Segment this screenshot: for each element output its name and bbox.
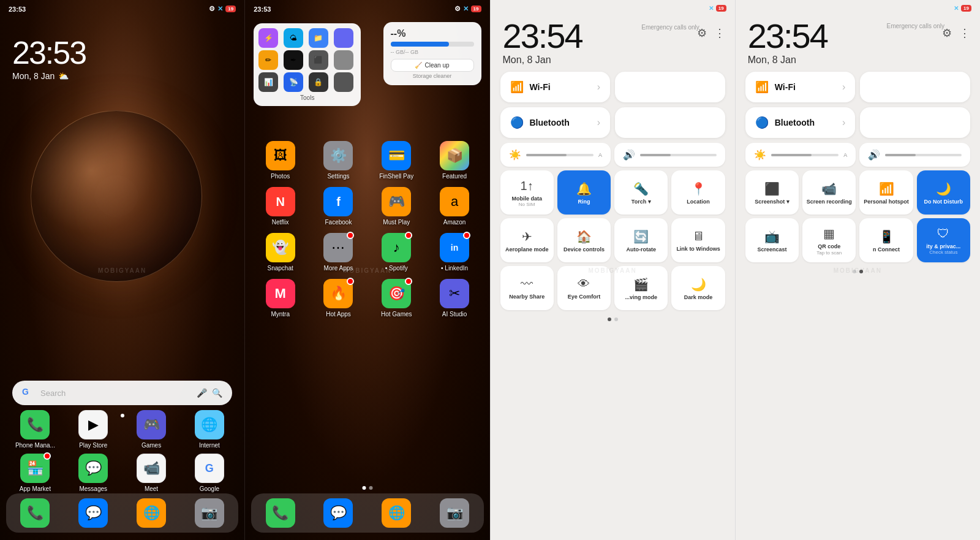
app-messages[interactable]: 💬 Messages: [72, 454, 115, 492]
bluetooth-arrow-2: ›: [842, 117, 845, 128]
ring-btn[interactable]: 🔔 Ring: [557, 170, 611, 215]
dnd-btn[interactable]: 🌙 Do Not Disturb: [917, 170, 970, 215]
dock-messages-1[interactable]: 💬: [72, 498, 115, 528]
dnd-icon: 🌙: [936, 181, 951, 196]
drawer-spotify[interactable]: ♪ • Spotify: [375, 233, 418, 272]
tool-icon-1: ⚡: [258, 28, 278, 48]
bluetooth-card-1[interactable]: 🔵 Bluetooth ›: [500, 107, 611, 138]
drawer-hotapps[interactable]: 🔥 Hot Apps: [317, 279, 360, 318]
lens-icon-1[interactable]: 🔍: [212, 388, 222, 398]
drawer-myntra[interactable]: M Myntra: [259, 279, 302, 318]
link-windows-btn[interactable]: 🖥 Link to Windows: [671, 218, 725, 262]
mic-icon-1[interactable]: 🎤: [197, 388, 207, 398]
app-app-market[interactable]: 🏪 App Market: [13, 454, 56, 492]
device-controls-btn[interactable]: 🏠 Device controls: [557, 218, 611, 262]
tool-icon-9: 📊: [258, 72, 278, 92]
volume-slider-2[interactable]: 🔊: [859, 143, 970, 167]
drawer-hotgames[interactable]: 🎯 Hot Games: [375, 279, 418, 318]
app-phone-manager[interactable]: 📞 Phone Mana...: [13, 410, 56, 449]
driving-icon: 🎬: [633, 277, 649, 292]
brightness-slider[interactable]: ☀️ A: [500, 143, 611, 167]
app-row-2: 🏪 App Market 💬 Messages 📹 Meet G Google: [6, 454, 238, 492]
weather-icon: ⛅: [58, 71, 69, 81]
screenshot-btn[interactable]: ⬛ Screenshot ▾: [745, 170, 799, 215]
drawer-row-2: N Netflix f Facebook 🎮 Must Play a Amazo…: [251, 187, 483, 226]
brightness-slider-2[interactable]: ☀️ A: [745, 143, 856, 167]
bluetooth-card-2[interactable]: 🔵 Bluetooth ›: [745, 107, 856, 138]
hotspot-btn[interactable]: 📶 Personal hotspot: [859, 170, 913, 215]
screencast-btn[interactable]: 📺 Screencast: [745, 218, 799, 262]
more-icon-4[interactable]: ⋮: [959, 26, 970, 40]
screen-recording-btn[interactable]: 📹 Screen recording: [802, 170, 856, 215]
privacy-btn[interactable]: 🛡 ity & privac... Check status: [917, 218, 970, 262]
page-dots-1: [121, 414, 124, 417]
driving-mode-btn[interactable]: 🎬 ...ving mode: [614, 266, 668, 310]
drawer-finshell[interactable]: 💳 FinShell Pay: [375, 141, 418, 180]
app-games[interactable]: 🎮 Games: [130, 410, 173, 449]
dock-camera-2[interactable]: 📷: [433, 498, 476, 528]
orb-decoration: [31, 110, 214, 294]
page-dots-2: [362, 486, 372, 490]
wifi-arrow-2: ›: [842, 82, 845, 93]
torch-btn[interactable]: 🔦 Torch ▾: [614, 170, 668, 215]
dock-phone-2[interactable]: 📞: [259, 498, 302, 528]
app-drawer-screen: 23:53 ⚙ ✕ 19 ⚡ 🌤 📁 ✏ ✒ ⬛ 📊 📡 🔒 Tools --%: [244, 0, 489, 540]
wifi-card-1[interactable]: 📶 Wi-Fi ›: [500, 72, 611, 102]
cc-date-1: Mon, 8 Jan: [503, 55, 723, 66]
more-icon-3[interactable]: ⋮: [714, 26, 725, 40]
privacy-icon: 🛡: [937, 227, 949, 241]
drawer-featured[interactable]: 📦 Featured: [433, 141, 476, 180]
drawer-snapchat[interactable]: 👻 Snapchat: [259, 233, 302, 272]
drawer-moreapps[interactable]: ⋯ More Apps: [317, 233, 360, 272]
drawer-settings[interactable]: ⚙️ Settings: [317, 141, 360, 180]
empty-card-1: [615, 72, 725, 102]
notif-badge-2: 19: [471, 6, 481, 12]
dark-mode-btn[interactable]: 🌙 Dark mode: [671, 266, 725, 310]
drawer-mustplay[interactable]: 🎮 Must Play: [375, 187, 418, 226]
bluetooth-icon-2: 🔵: [755, 116, 769, 129]
drawer-netflix[interactable]: N Netflix: [259, 187, 302, 226]
clock-time-1: 23:53: [12, 37, 86, 69]
nearby-share-btn[interactable]: 〰 Nearby Share: [500, 266, 554, 310]
wifi-card-2[interactable]: 📶 Wi-Fi ›: [745, 72, 856, 102]
dock-phone-1[interactable]: 📞: [13, 498, 56, 528]
control-center-2: ✕ 19 23:54 Mon, 8 Jan ⚙ ⋮ Emergency call…: [735, 0, 980, 540]
eye-comfort-btn[interactable]: 👁 Eye Comfort: [557, 266, 611, 310]
qr-code-btn[interactable]: ▦ QR code Tap to scan: [802, 218, 856, 262]
cc-quick-row1: 1↑ Mobile data No SIM 🔔 Ring 🔦 Torch ▾ 📍…: [500, 170, 725, 215]
drawer-amazon[interactable]: a Amazon: [433, 187, 476, 226]
app-google[interactable]: G Google: [188, 454, 231, 492]
cc-sliders: ☀️ A 🔊: [500, 143, 725, 167]
drawer-aistudio[interactable]: ✂ AI Studio: [433, 279, 476, 318]
dock-chrome-1[interactable]: 🌐: [130, 498, 173, 528]
cc-page-dots-2: [736, 270, 980, 273]
tool-icon-3: 📁: [309, 28, 328, 48]
aeroplane-btn[interactable]: ✈ Aeroplane mode: [500, 218, 554, 262]
cleanup-button[interactable]: 🧹 Clean up: [391, 59, 474, 72]
location-btn[interactable]: 📍 Location: [671, 170, 725, 215]
tool-icon-6: ✒: [284, 50, 303, 70]
dark-mode-icon: 🌙: [691, 277, 706, 292]
app-meet[interactable]: 📹 Meet: [130, 454, 173, 492]
dock-camera-1[interactable]: 📷: [188, 498, 231, 528]
auto-rotate-btn[interactable]: 🔄 Auto-rotate: [614, 218, 668, 262]
drawer-photos[interactable]: 🖼 Photos: [259, 141, 302, 180]
cc-sliders-2: ☀️ A 🔊: [745, 143, 970, 167]
empty-card-4: [860, 107, 970, 138]
mobile-data-btn[interactable]: 1↑ Mobile data No SIM: [500, 170, 554, 215]
app-internet[interactable]: 🌐 Internet: [188, 410, 231, 449]
storage-cleaner-label: Storage cleaner: [391, 73, 474, 79]
cc-battery-1: 19: [716, 5, 726, 12]
mobile-data-icon: 1↑: [521, 179, 533, 193]
n-connect-btn[interactable]: 📱 n Connect: [859, 218, 913, 262]
search-bar-1[interactable]: G Search 🎤 🔍: [12, 381, 232, 405]
cc-page-dots-1: [491, 318, 735, 321]
drawer-linkedin[interactable]: in • LinkedIn: [433, 233, 476, 272]
screencast-icon: 📺: [764, 229, 780, 244]
dock-chrome-2[interactable]: 🌐: [375, 498, 418, 528]
drawer-facebook[interactable]: f Facebook: [317, 187, 360, 226]
app-play-store[interactable]: ▶ Play Store: [72, 410, 115, 449]
volume-slider[interactable]: 🔊: [614, 143, 725, 167]
empty-card-2: [615, 107, 725, 138]
dock-messages-2[interactable]: 💬: [317, 498, 360, 528]
